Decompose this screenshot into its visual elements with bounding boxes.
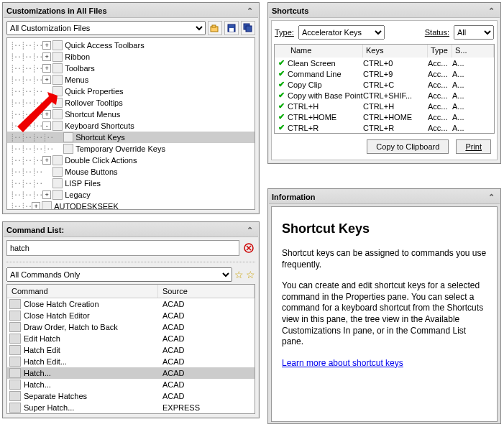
expand-icon[interactable]: + [42,52,51,61]
lisp-icon [52,178,63,188]
col-keys[interactable]: Keys [363,45,428,58]
tree-item[interactable]: ┊··┊··+AUTODESKSEEK [7,201,255,210]
tree-item[interactable]: ┊··┊··┊··Mouse Buttons [7,166,255,178]
open-file-icon[interactable] [208,21,222,35]
shortcuts-title: Shortcuts [272,4,308,18]
save-icon[interactable] [224,21,239,35]
tree-label: Quick Properties [65,87,123,96]
legacy-icon [52,190,63,200]
tree-item[interactable]: ┊··┊··┊··+Quick Access Toolbars [7,40,255,51]
tree-item[interactable]: ┊··┊··┊··LISP Files [7,178,255,189]
shortcut-menu-icon [52,109,63,119]
col-name[interactable]: Name [288,45,363,58]
expand-icon[interactable]: - [42,121,51,130]
collapse-icon[interactable]: ⌃ [485,190,497,204]
command-grid[interactable]: Command Source Close Hatch CreationACADC… [6,284,255,414]
sc-name: Copy with Base Point [288,91,363,100]
tree-label: Shortcut Keys [75,133,124,142]
command-row[interactable]: Close Hatch CreationACAD [7,298,255,310]
new-command-icon[interactable]: ☆ [234,269,244,280]
shortcut-row[interactable]: ✔CTRL+HOMECTRL+HOMEAcc...A... [275,111,494,122]
clear-search-icon[interactable] [242,242,255,254]
shortcuts-columns[interactable]: Name Keys Type S... [275,45,494,58]
command-filter-combo[interactable]: All Commands Only [6,267,232,282]
command-row[interactable]: Hatch Edit...ACAD [7,356,255,367]
type-combo[interactable]: Accelerator Keys [298,25,385,40]
shortcut-row[interactable]: ✔Copy with Base PointCTRL+SHIF...Acc...A… [275,90,494,101]
tree-label: Double Click Actions [65,156,137,165]
tree-item[interactable]: ┊··┊··┊··+Shortcut Menus [7,109,255,120]
expand-icon[interactable]: + [32,202,40,210]
status-combo[interactable]: All [454,25,494,40]
mouse-icon [52,167,63,177]
shortcut-row[interactable]: ✔CTRL+HCTRL+HAcc...A... [275,101,494,111]
column-source[interactable]: Source [158,285,255,298]
tree-item[interactable]: ┊··┊··┊··+Ribbon [7,51,255,63]
expand-icon[interactable]: + [42,110,51,119]
shortcuts-table[interactable]: Name Keys Type S... ✔Clean ScreenCTRL+0A… [274,44,495,134]
collapse-icon[interactable]: ⌃ [485,4,497,18]
command-row[interactable]: Super Hatch...EXPRESS [7,402,255,413]
expand-icon[interactable]: + [42,75,51,84]
information-panel: Information ⌃ Shortcut Keys Shortcut key… [267,188,501,424]
shortcut-row[interactable]: ✔Clean ScreenCTRL+0Acc...A... [275,58,494,68]
learn-more-link[interactable]: Learn more about shortcut keys [282,358,403,368]
tree-item[interactable]: ┊··┊··┊··+Legacy [7,189,255,201]
ribbon-icon [52,52,63,62]
sc-keys: CTRL+C [363,81,428,89]
command-source: ACAD [162,300,255,308]
command-name: Hatch... [24,380,162,389]
sc-keys: CTRL+SHIF... [363,91,428,100]
tree-item[interactable]: ┊··┊··┊··+Menus [7,74,255,86]
shortcut-row[interactable]: ✔CTRL+RCTRL+RAcc...A... [275,122,494,133]
shortcut-row[interactable]: ✔Copy ClipCTRL+CAcc...A... [275,79,494,90]
collapse-icon[interactable]: ⌃ [244,223,255,237]
col-type[interactable]: Type [428,45,452,58]
tree-item[interactable]: ┊··┊··┊··┊··Temporary Override Keys [7,143,255,155]
collapse-icon[interactable]: ⌃ [244,4,255,18]
type-label: Type: [275,28,294,37]
information-header: Information ⌃ [269,190,500,204]
status-label: Status: [425,28,449,37]
tooltip-icon [52,98,63,108]
customization-files-combo[interactable]: All Customization Files [6,21,206,35]
tree-item[interactable]: ┊··┊··┊··Rollover Tooltips [7,97,255,109]
expand-icon[interactable]: + [42,156,51,165]
tree-item[interactable]: ┊··┊··┊··+Toolbars [7,63,255,74]
save-all-icon[interactable] [241,21,255,35]
menu-icon [52,75,63,85]
tree-item[interactable]: ┊··┊··┊··┊··Shortcut Keys [7,132,255,143]
blank-icon [9,391,21,401]
command-row[interactable]: Separate HatchesACAD [7,390,255,402]
command-row[interactable]: Close Hatch EditorACAD [7,310,255,321]
x-icon [9,299,21,309]
command-search-input[interactable] [6,240,239,256]
expand-icon[interactable]: + [42,190,51,199]
command-row[interactable]: Hatch...ACAD [7,367,255,379]
copy-to-clipboard-button[interactable]: Copy to Clipboard [367,139,449,154]
tree-item[interactable]: ┊··┊··┊··-Keyboard Shortcuts [7,120,255,132]
tree-label: Temporary Override Keys [75,144,165,153]
command-row[interactable]: Edit HatchACAD [7,333,255,344]
hatch-icon [9,368,21,378]
expand-icon[interactable]: + [42,41,51,50]
command-name: Super Hatch... [24,403,162,412]
column-headers[interactable]: Command Source [7,285,255,298]
col-source[interactable]: S... [452,45,494,58]
check-icon: ✔ [275,91,288,100]
shortcut-row[interactable]: ✔Command LineCTRL+9Acc...A... [275,68,494,79]
customizations-tree[interactable]: ┊··┊··┊··+Quick Access Toolbars┊··┊··┊··… [6,37,255,210]
command-row[interactable]: Draw Order, Hatch to BackACAD [7,321,255,333]
tree-item[interactable]: ┊··┊··┊··+Double Click Actions [7,155,255,166]
find-command-icon[interactable]: ☆ [246,269,255,280]
tree-item[interactable]: ┊··┊··┊··Quick Properties [7,86,255,97]
command-row[interactable]: Hatch EditACAD [7,344,255,356]
print-button[interactable]: Print [456,139,491,154]
command-list-header: Command List: ⌃ [4,223,258,237]
command-name: Close Hatch Editor [24,311,162,320]
command-row[interactable]: Hatch...ACAD [7,379,255,390]
column-command[interactable]: Command [7,285,158,298]
expand-icon[interactable]: + [42,64,51,73]
command-name: Draw Order, Hatch to Back [24,323,162,331]
command-name: Separate Hatches [24,392,162,400]
